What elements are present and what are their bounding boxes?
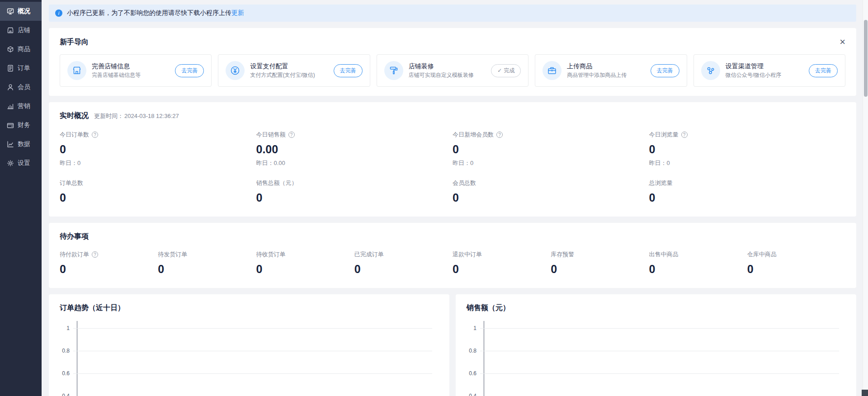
y-tick-label: 1 <box>467 325 480 331</box>
close-icon[interactable]: × <box>840 37 845 47</box>
stat-total-members: 会员总数 0 <box>453 179 649 207</box>
store-icon <box>67 61 86 80</box>
todo-item-on-sale[interactable]: 出售中商品 0 <box>649 250 747 279</box>
stat-value: 0 <box>649 191 846 204</box>
todo-item-in-warehouse[interactable]: 仓库中商品 0 <box>747 250 845 279</box>
marketing-icon <box>7 103 14 110</box>
upload-goods-icon <box>542 61 561 80</box>
order-trend-title: 订单趋势（近十日） <box>60 303 439 313</box>
finance-icon <box>7 122 14 129</box>
guide-item-text: 上传商品 商品管理中添加商品上传 <box>567 62 645 79</box>
y-tick-label: 0.8 <box>60 348 73 354</box>
sidebar-item-shop[interactable]: 店铺 <box>0 21 42 40</box>
guide-item-text: 设置支付配置 支付方式配置(支付宝/微信) <box>250 62 328 79</box>
grid-line <box>73 351 432 351</box>
stat-sub: 昨日：0 <box>60 159 256 167</box>
stat-value: 0 <box>158 263 256 276</box>
stat-sub: 昨日：0 <box>453 159 649 167</box>
todo-item-refunding[interactable]: 退款中订单 0 <box>453 250 551 279</box>
update-time: 更新时间：2024-03-18 12:36:27 <box>94 112 179 120</box>
decorate-icon <box>384 61 403 80</box>
sidebar-item-label: 概况 <box>18 7 30 15</box>
help-icon[interactable]: ? <box>92 251 98 258</box>
sidebar-item-orders[interactable]: 订单 <box>0 59 42 78</box>
overview-icon <box>7 8 14 15</box>
sidebar-item-label: 商品 <box>18 45 30 53</box>
help-icon[interactable]: ? <box>681 132 688 138</box>
guide-item-decorate: 店铺装修 店铺可实现自定义模板装修 ✓完成 <box>377 54 528 87</box>
scrollbar-thumb[interactable] <box>864 20 868 97</box>
order-trend-chart: 1 0.8 0.6 0.4 <box>60 325 439 396</box>
todo-item-pending-ship[interactable]: 待发货订单 0 <box>158 250 256 279</box>
stat-label: 会员总数 <box>453 179 476 187</box>
stat-value: 0 <box>256 263 354 276</box>
help-icon[interactable]: ? <box>92 132 98 138</box>
guide-item-desc: 微信公众号/微信小程序 <box>726 72 781 78</box>
grid-line <box>480 373 839 374</box>
sales-chart-title: 销售额（元） <box>467 303 845 313</box>
todo-item-pending-payment[interactable]: 待付款订单? 0 <box>60 250 158 279</box>
stat-value: 0 <box>256 191 453 204</box>
sidebar-item-overview[interactable]: 概况 <box>0 2 42 21</box>
y-tick: 0.6 <box>60 370 432 377</box>
y-tick-label: 0.6 <box>467 370 480 377</box>
guide-item-text: 店铺装修 店铺可实现自定义模板装修 <box>409 62 486 79</box>
stat-today-new-members: 今日新增会员数? 0 昨日：0 <box>453 131 649 167</box>
go-complete-button[interactable]: 去完善 <box>651 64 679 77</box>
total-stats: 订单总数 0 销售总额（元） 0 会员总数 0 总浏览量 0 <box>60 179 845 207</box>
go-complete-button[interactable]: 去完善 <box>175 64 204 77</box>
y-tick-label: 0.4 <box>60 393 73 396</box>
guide-item-desc: 商品管理中添加商品上传 <box>567 72 627 78</box>
stat-label: 销售总额（元） <box>256 179 297 187</box>
todo-item-stock-warning[interactable]: 库存预警 0 <box>551 250 649 279</box>
info-icon: i <box>55 9 62 17</box>
stat-label: 仓库中商品 <box>747 250 777 259</box>
grid-line <box>73 373 432 374</box>
shop-icon <box>7 27 14 34</box>
y-tick: 0.4 <box>467 393 839 396</box>
stat-value: 0 <box>649 143 846 156</box>
stat-value: 0 <box>60 263 158 276</box>
scrollbar-track[interactable] <box>863 0 868 396</box>
guide-card: 新手导向 × 完善店铺信息 完善店铺基础信息等 去完善 <box>49 28 856 96</box>
sidebar-item-data[interactable]: 数据 <box>0 135 42 154</box>
go-complete-button[interactable]: 去完善 <box>809 64 838 77</box>
y-tick: 0.6 <box>467 370 839 377</box>
todo-item-pending-receive[interactable]: 待收货订单 0 <box>256 250 354 279</box>
stat-value: 0 <box>453 191 649 204</box>
stat-value: 0 <box>747 263 845 276</box>
help-icon[interactable]: ? <box>496 132 503 138</box>
sidebar-item-marketing[interactable]: 营销 <box>0 97 42 116</box>
sidebar-item-finance[interactable]: 财务 <box>0 116 42 135</box>
stat-label: 今日新增会员数 <box>453 131 494 139</box>
stat-value: 0 <box>60 191 256 204</box>
notice-update-link[interactable]: 更新 <box>231 9 244 16</box>
y-tick: 1 <box>467 325 839 331</box>
todo-grid: 待付款订单? 0 待发货订单 0 待收货订单 0 已完成订单 0 退款中订单 <box>60 250 845 279</box>
sidebar-item-label: 数据 <box>18 140 30 148</box>
sidebar-item-members[interactable]: 会员 <box>0 78 42 97</box>
sidebar-item-label: 财务 <box>18 121 30 129</box>
stat-value: 0.00 <box>256 143 453 156</box>
app-root: 概况 店铺 商品 订单 会员 <box>0 0 868 396</box>
grid-line <box>480 351 839 351</box>
go-complete-button[interactable]: 去完善 <box>334 64 363 77</box>
main-content: i 小程序已更新，为了不影响您的使用请尽快下载小程序上传更新 新手导向 × 完善… <box>42 0 868 396</box>
data-icon <box>7 141 14 148</box>
guide-item-channel: 设置渠道管理 微信公众号/微信小程序 去完善 <box>693 54 845 87</box>
sidebar-item-label: 订单 <box>18 64 30 72</box>
guide-item-text: 完善店铺信息 完善店铺基础信息等 <box>92 62 170 79</box>
done-button[interactable]: ✓完成 <box>491 64 521 77</box>
stat-label: 库存预警 <box>551 250 574 259</box>
order-trend-card: 订单趋势（近十日） 1 0.8 0.6 0.4 <box>49 294 449 396</box>
y-axis-line <box>77 321 77 396</box>
stat-total-views: 总浏览量 0 <box>649 179 846 207</box>
guide-item-desc: 支付方式配置(支付宝/微信) <box>250 72 315 78</box>
sidebar-item-settings[interactable]: 设置 <box>0 154 42 173</box>
help-icon[interactable]: ? <box>288 132 295 138</box>
sidebar-item-goods[interactable]: 商品 <box>0 40 42 59</box>
stat-label: 退款中订单 <box>453 250 482 259</box>
todo-item-completed[interactable]: 已完成订单 0 <box>354 250 453 279</box>
goods-icon <box>7 46 14 53</box>
stat-today-orders: 今日订单数? 0 昨日：0 <box>60 131 256 167</box>
